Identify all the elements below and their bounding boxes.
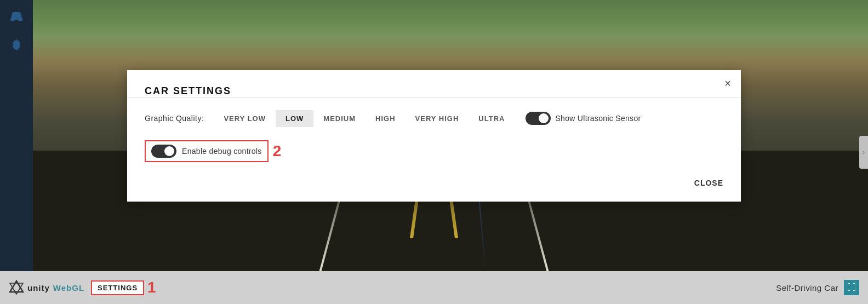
- modal-overlay: CAR SETTINGS × Graphic Quality: VERY LOW…: [0, 0, 868, 271]
- settings-button[interactable]: SETTINGS: [91, 280, 144, 295]
- close-button[interactable]: CLOSE: [694, 179, 723, 187]
- quality-label: Graphic Quality:: [145, 114, 204, 123]
- car-settings-modal: CAR SETTINGS × Graphic Quality: VERY LOW…: [127, 70, 741, 202]
- unity-text: unity: [27, 283, 50, 292]
- ultrasonic-label: Show Ultrasonic Sensor: [555, 114, 641, 123]
- fullscreen-button[interactable]: ⛶: [844, 280, 859, 295]
- unity-logo: unity WebGL: [9, 280, 84, 295]
- modal-footer: CLOSE: [145, 179, 723, 187]
- annotation-1: 1: [147, 279, 156, 296]
- debug-row-container: Enable debug controls 2: [145, 140, 723, 162]
- debug-row: Enable debug controls: [145, 140, 269, 162]
- quality-low[interactable]: LOW: [276, 110, 313, 127]
- modal-title: CAR SETTINGS: [145, 85, 723, 97]
- debug-toggle[interactable]: [151, 145, 176, 158]
- quality-very-high[interactable]: VERY HIGH: [406, 110, 469, 127]
- unity-logo-icon: [9, 280, 24, 295]
- bottom-bar: unity WebGL SETTINGS 1 Self-Driving Car …: [0, 271, 868, 304]
- modal-divider: [127, 97, 741, 98]
- quality-high[interactable]: HIGH: [366, 110, 406, 127]
- self-driving-label: Self-Driving Car: [776, 283, 838, 292]
- ultrasonic-toggle-group: Show Ultrasonic Sensor: [526, 112, 641, 125]
- webgl-text: WebGL: [53, 283, 84, 292]
- fullscreen-icon: ⛶: [847, 283, 856, 292]
- debug-label: Enable debug controls: [182, 147, 262, 156]
- quality-very-low[interactable]: VERY LOW: [214, 110, 276, 127]
- ultrasonic-toggle[interactable]: [526, 112, 551, 125]
- quality-ultra[interactable]: ULTRA: [469, 110, 515, 127]
- quality-row: Graphic Quality: VERY LOW LOW MEDIUM HIG…: [145, 110, 723, 127]
- annotation-2: 2: [273, 142, 282, 160]
- quality-medium[interactable]: MEDIUM: [313, 110, 366, 127]
- modal-close-button[interactable]: ×: [724, 78, 731, 89]
